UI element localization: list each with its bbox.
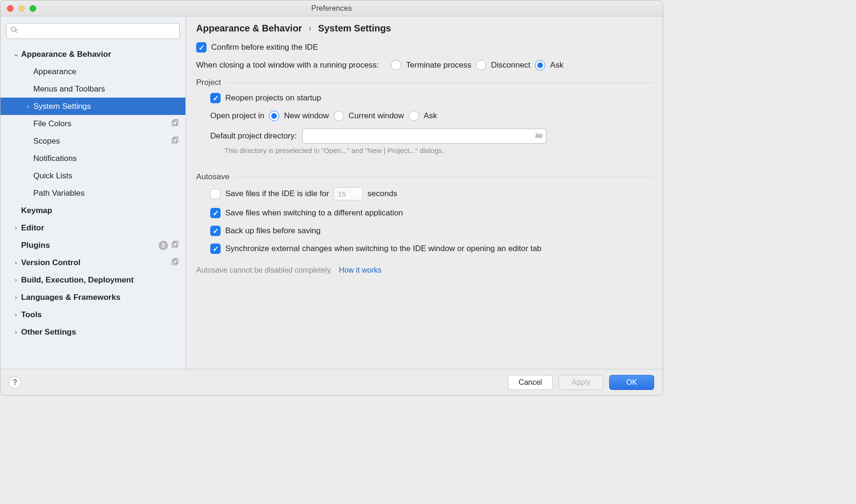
settings-tree: ⌄Appearance & BehaviorAppearanceMenus an… (0, 43, 185, 341)
update-count-badge: 2 (159, 241, 168, 250)
sidebar-item[interactable]: ›Version Control (0, 254, 185, 271)
closing-tool-label: When closing a tool window with a runnin… (196, 61, 379, 70)
open-in-new-window-radio[interactable] (269, 111, 279, 121)
svg-point-0 (11, 27, 15, 31)
footer: ? Cancel Apply OK (0, 369, 663, 395)
chevron-right-icon[interactable]: › (11, 259, 21, 266)
how-it-works-link[interactable]: How it works (339, 266, 382, 274)
sidebar-item[interactable]: Path Variables (0, 184, 185, 202)
sidebar-item-label: System Settings (33, 102, 179, 111)
sidebar-item[interactable]: Quick Lists (0, 167, 185, 184)
closing-radio-ask-label: Ask (550, 61, 563, 70)
confirm-exit-checkbox[interactable] (196, 42, 206, 53)
preferences-window: Preferences ⌄Appearance & BehaviorAppear… (0, 0, 663, 396)
sidebar: ⌄Appearance & BehaviorAppearanceMenus an… (0, 16, 186, 369)
default-dir-hint: This directory is preselected in "Open..… (196, 146, 652, 154)
closing-radio-disconnect-label: Disconnect (491, 61, 530, 70)
ok-button[interactable]: OK (609, 375, 654, 390)
default-dir-input[interactable] (302, 129, 546, 144)
content-pane: Appearance & Behavior › System Settings … (186, 16, 663, 369)
help-button[interactable]: ? (9, 376, 21, 389)
project-group-title: Project (196, 78, 221, 87)
chevron-right-icon: › (309, 23, 312, 33)
closing-radio-ask[interactable] (535, 60, 545, 70)
sidebar-item-label: Appearance & Behavior (21, 50, 179, 59)
autosave-note-text: Autosave cannot be disabled completely. (196, 266, 332, 274)
sidebar-item[interactable]: ›Build, Execution, Deployment (0, 271, 185, 289)
cancel-button[interactable]: Cancel (508, 375, 553, 390)
save-idle-checkbox[interactable] (210, 189, 221, 199)
search-box[interactable] (6, 23, 180, 39)
svg-rect-2 (174, 120, 178, 125)
sidebar-item[interactable]: ›Editor (0, 219, 185, 237)
sidebar-item-label: Keymap (21, 206, 179, 215)
chevron-right-icon[interactable]: › (23, 103, 33, 110)
svg-line-1 (15, 31, 17, 33)
svg-rect-6 (174, 241, 178, 246)
breadcrumb-current: System Settings (318, 23, 391, 34)
svg-rect-5 (172, 138, 176, 144)
chevron-down-icon[interactable]: ⌄ (11, 51, 21, 58)
save-switch-app-label: Save files when switching to a different… (225, 208, 403, 218)
search-icon (10, 26, 18, 36)
divider (236, 177, 652, 177)
sidebar-item-label: Appearance (33, 67, 179, 76)
chevron-right-icon[interactable]: › (11, 311, 21, 318)
project-level-icon (172, 258, 179, 267)
sidebar-item[interactable]: ›Languages & Frameworks (0, 289, 185, 306)
folder-open-icon[interactable] (535, 131, 543, 141)
sidebar-item-label: Scopes (33, 137, 172, 146)
sidebar-item[interactable]: Keymap (0, 202, 185, 219)
open-in-current-window-label: Current window (349, 111, 404, 121)
sidebar-item[interactable]: Appearance (0, 63, 185, 80)
project-group: Project (196, 78, 652, 87)
reopen-projects-label: Reopen projects on startup (225, 93, 321, 103)
chevron-right-icon[interactable]: › (11, 224, 21, 231)
open-project-in-label: Open project in (210, 111, 264, 121)
sidebar-item-label: Menus and Toolbars (33, 84, 179, 94)
sidebar-item[interactable]: Notifications (0, 150, 185, 167)
save-idle-label-pre: Save files if the IDE is idle for (225, 189, 329, 199)
sidebar-item-label: Quick Lists (33, 171, 179, 181)
sidebar-item[interactable]: ›Tools (0, 306, 185, 323)
svg-rect-3 (172, 121, 176, 126)
open-in-current-window-radio[interactable] (334, 111, 344, 121)
search-input[interactable] (10, 27, 176, 36)
save-switch-app-checkbox[interactable] (210, 208, 221, 218)
chevron-right-icon[interactable]: › (11, 294, 21, 301)
sync-external-checkbox[interactable] (210, 244, 221, 254)
open-in-ask-radio[interactable] (409, 111, 419, 121)
sync-external-label: Synchronize external changes when switch… (225, 244, 542, 253)
sidebar-item[interactable]: ⌄Appearance & Behavior (0, 46, 185, 63)
closing-radio-terminate-label: Terminate process (406, 61, 471, 70)
sidebar-item-label: Other Settings (21, 328, 179, 337)
svg-rect-4 (174, 137, 178, 142)
sidebar-item-label: Plugins (21, 241, 159, 250)
sidebar-item[interactable]: ›System Settings (0, 98, 185, 115)
open-in-ask-label: Ask (424, 111, 437, 121)
default-dir-label: Default project directory: (210, 131, 297, 141)
sidebar-item-label: Path Variables (33, 189, 179, 198)
closing-radio-disconnect[interactable] (476, 60, 486, 70)
reopen-projects-checkbox[interactable] (210, 93, 221, 103)
apply-button[interactable]: Apply (558, 375, 604, 390)
open-in-new-window-label: New window (284, 111, 329, 121)
project-level-icon (172, 241, 179, 250)
save-idle-seconds-input[interactable] (334, 187, 363, 200)
sidebar-item-label: Tools (21, 310, 179, 320)
sidebar-item-label: Editor (21, 223, 179, 233)
sidebar-item-label: Notifications (33, 154, 179, 163)
closing-radio-terminate[interactable] (391, 60, 401, 70)
autosave-group: Autosave (196, 172, 652, 182)
backup-before-save-checkbox[interactable] (210, 226, 221, 236)
sidebar-item[interactable]: File Colors (0, 115, 185, 132)
chevron-right-icon[interactable]: › (11, 276, 21, 283)
breadcrumb-root[interactable]: Appearance & Behavior (196, 23, 302, 34)
chevron-right-icon[interactable]: › (11, 328, 21, 336)
sidebar-item[interactable]: Plugins2 (0, 237, 185, 254)
sidebar-item[interactable]: ›Other Settings (0, 323, 185, 341)
autosave-note: Autosave cannot be disabled completely. … (196, 266, 652, 275)
project-level-icon (172, 137, 179, 146)
sidebar-item[interactable]: Scopes (0, 132, 185, 150)
sidebar-item[interactable]: Menus and Toolbars (0, 80, 185, 98)
